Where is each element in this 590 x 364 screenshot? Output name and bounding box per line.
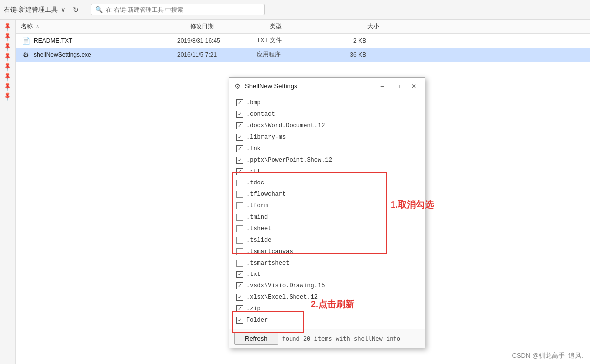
modal-maximize-button[interactable]: □: [392, 81, 404, 91]
checkbox-box[interactable]: [236, 122, 243, 129]
attribution: CSDN @驯龙高手_追风.: [512, 351, 584, 360]
checkbox-label: .zip: [246, 305, 261, 312]
col-name-header[interactable]: 名称 ∧: [21, 22, 190, 31]
list-item[interactable]: .zip: [234, 303, 420, 314]
dropdown-arrow-icon: ∨: [61, 6, 66, 13]
col-size-header[interactable]: 大小: [339, 22, 379, 31]
sort-arrow-name: ∧: [36, 24, 39, 29]
file-name-cell: 📄 README.TXT: [21, 36, 177, 46]
checkbox-label: .xlsx\Excel.Sheet.12: [246, 294, 318, 301]
list-item[interactable]: .pptx\PowerPoint.Show.12: [234, 155, 420, 166]
list-item[interactable]: .rtf: [234, 166, 420, 177]
checkbox-label: .rtf: [246, 168, 261, 175]
checkbox-label: .tmind: [246, 214, 268, 221]
column-header: 名称 ∧ 修改日期 类型 大小: [16, 20, 590, 34]
checkbox-box[interactable]: [236, 214, 243, 221]
list-item[interactable]: .contact: [234, 109, 420, 120]
checkbox-box[interactable]: [236, 202, 243, 209]
checkbox-label: .txt: [246, 271, 261, 278]
file-list: 📄 README.TXT 2019/8/31 16:45 TXT 文件 2 KB…: [16, 34, 590, 62]
modal-close-button[interactable]: ✕: [408, 81, 420, 91]
modal-title-icon: ⚙: [234, 82, 241, 90]
list-item[interactable]: .docx\Word.Document.12: [234, 120, 420, 131]
list-item[interactable]: Folder: [234, 315, 420, 326]
checkbox-label: .tsmartsheet: [246, 260, 289, 267]
checkbox-box[interactable]: [236, 168, 243, 175]
refresh-button[interactable]: Refresh: [234, 332, 278, 345]
checkbox-label: .tform: [246, 202, 268, 209]
app-title: 右键-新建管理工具: [4, 5, 58, 14]
checkbox-label: .vsdx\Visio.Drawing.15: [246, 282, 325, 289]
checkbox-box[interactable]: [236, 282, 243, 289]
checkbox-box[interactable]: [236, 191, 243, 198]
checkbox-label: .tsheet: [246, 225, 271, 232]
file-date-cell: 2016/11/5 7:21: [177, 51, 257, 58]
dropdown-toggle[interactable]: ∨: [61, 6, 66, 13]
list-item[interactable]: .lnk: [234, 143, 420, 154]
list-item[interactable]: .tsheet: [234, 223, 420, 234]
col-type-header[interactable]: 类型: [270, 22, 339, 31]
search-icon: 🔍: [95, 6, 103, 13]
file-date-cell: 2019/8/31 16:45: [177, 37, 257, 44]
list-item[interactable]: .bmp: [234, 97, 420, 108]
file-name-cell: ⚙ shellNewSettings.exe: [21, 50, 177, 60]
checkbox-box[interactable]: [236, 145, 243, 152]
list-item[interactable]: .tdoc: [234, 178, 420, 188]
checkbox-label: .bmp: [246, 99, 261, 106]
checkbox-box[interactable]: [236, 157, 243, 164]
checkbox-box[interactable]: [236, 180, 243, 186]
list-item[interactable]: .vsdx\Visio.Drawing.15: [234, 280, 420, 291]
checkbox-label: .docx\Word.Document.12: [246, 122, 325, 129]
search-box[interactable]: 🔍: [91, 4, 265, 15]
checkbox-box[interactable]: [236, 237, 243, 244]
checkbox-box[interactable]: [236, 225, 243, 232]
checkbox-box[interactable]: [236, 111, 243, 118]
list-item[interactable]: .tflowchart: [234, 189, 420, 200]
search-input[interactable]: [106, 6, 260, 13]
checkbox-box[interactable]: [236, 317, 243, 324]
checkbox-label: .tdoc: [246, 180, 264, 186]
file-icon: ⚙: [21, 50, 31, 60]
modal-title-bar: ⚙ ShellNew Settings – □ ✕: [229, 78, 425, 94]
checkbox-label: .pptx\PowerPoint.Show.12: [246, 157, 332, 164]
list-item[interactable]: .tslide: [234, 235, 420, 246]
checkbox-label: .tslide: [246, 237, 271, 244]
topbar-refresh-button[interactable]: ↻: [69, 3, 83, 17]
refresh-icon: ↻: [73, 6, 79, 14]
checkbox-box[interactable]: [236, 271, 243, 278]
checkbox-box[interactable]: [236, 248, 243, 255]
list-item[interactable]: .tform: [234, 200, 420, 211]
status-text: found 20 items with shellNew info: [282, 335, 400, 342]
file-icon: 📄: [21, 36, 31, 46]
modal-body: .bmp .contact .docx\Word.Document.12 .li…: [229, 94, 425, 329]
top-bar: 右键-新建管理工具 ∨ ↻ 🔍: [0, 0, 590, 20]
list-item[interactable]: .tmind: [234, 212, 420, 223]
shellnew-dialog[interactable]: ⚙ ShellNew Settings – □ ✕ .bmp .contact …: [229, 77, 425, 348]
list-item[interactable]: .tsmartsheet: [234, 258, 420, 269]
checkbox-label: .contact: [246, 111, 275, 118]
sidebar: 📌 📌 📌 📌 📌 📌 📌 📌: [0, 20, 16, 364]
modal-title-text: ShellNew Settings: [245, 82, 372, 90]
checkbox-label: .tsmartcanvas: [246, 248, 293, 255]
list-item[interactable]: .tsmartcanvas: [234, 246, 420, 257]
file-size-cell: 2 KB: [326, 37, 366, 44]
file-type-cell: TXT 文件: [257, 36, 326, 45]
list-item[interactable]: .xlsx\Excel.Sheet.12: [234, 292, 420, 303]
checkbox-box[interactable]: [236, 305, 243, 312]
checkbox-label: .tflowchart: [246, 191, 286, 198]
checkbox-box[interactable]: [236, 99, 243, 106]
file-size-cell: 36 KB: [326, 51, 366, 58]
list-item[interactable]: .txt: [234, 269, 420, 280]
list-item[interactable]: .library-ms: [234, 132, 420, 143]
pin-icon-8[interactable]: 📌: [1, 90, 14, 103]
checkbox-label: .library-ms: [246, 134, 286, 141]
checkbox-label: Folder: [246, 317, 268, 324]
table-row[interactable]: 📄 README.TXT 2019/8/31 16:45 TXT 文件 2 KB: [16, 34, 590, 48]
col-date-header[interactable]: 修改日期: [190, 22, 270, 31]
table-row[interactable]: ⚙ shellNewSettings.exe 2016/11/5 7:21 应用…: [16, 48, 590, 62]
checkbox-box[interactable]: [236, 260, 243, 267]
modal-minimize-button[interactable]: –: [376, 81, 388, 91]
modal-footer: Refresh found 20 items with shellNew inf…: [229, 329, 425, 348]
checkbox-box[interactable]: [236, 134, 243, 141]
checkbox-box[interactable]: [236, 294, 243, 301]
